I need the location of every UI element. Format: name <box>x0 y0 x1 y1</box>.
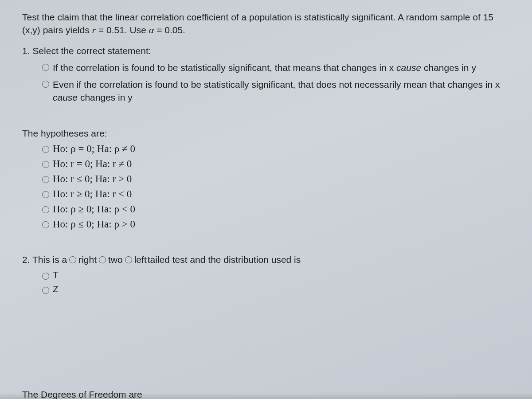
radio-icon[interactable] <box>42 146 49 153</box>
q1-option-2[interactable]: Even if the correlation is found to be s… <box>42 78 510 104</box>
hyp-option-1-text: Ho: ρ = 0; Ha: ρ ≠ 0 <box>53 143 135 155</box>
tail-option-left[interactable]: left <box>124 254 147 265</box>
q2-prompt: 2. This is a right two left tailed test … <box>22 254 510 265</box>
hyp-option-5[interactable]: Ho: ρ ≥ 0; Ha: ρ < 0 <box>42 203 510 215</box>
dist-option-z[interactable]: Z <box>42 284 510 294</box>
radio-icon[interactable] <box>125 256 132 263</box>
radio-icon[interactable] <box>42 191 49 198</box>
q1-option-1[interactable]: If the correlation is found to be statis… <box>42 62 510 74</box>
hyp-option-4[interactable]: Ho: r ≥ 0; Ha: r < 0 <box>42 188 510 200</box>
q1-option-1-text: If the correlation is found to be statis… <box>53 62 510 74</box>
radio-icon[interactable] <box>69 256 76 263</box>
q1-option-2-text: Even if the correlation is found to be s… <box>53 78 510 104</box>
var-r: r <box>92 24 96 35</box>
bottom-edge-shadow <box>0 393 532 399</box>
q2-post: tailed test and the distribution used is <box>148 254 301 265</box>
distribution-options-group: T Z <box>22 270 510 294</box>
dist-label-t: T <box>53 270 59 280</box>
tail-label-right: right <box>78 254 97 265</box>
dist-option-t[interactable]: T <box>42 270 510 280</box>
radio-icon[interactable] <box>42 64 49 71</box>
radio-icon[interactable] <box>42 273 49 280</box>
tail-label-left: left <box>134 254 147 265</box>
radio-icon[interactable] <box>99 256 106 263</box>
radio-icon[interactable] <box>42 176 49 183</box>
radio-icon[interactable] <box>42 287 49 294</box>
radio-icon[interactable] <box>42 161 49 168</box>
hyp-option-3[interactable]: Ho: r ≤ 0; Ha: r > 0 <box>42 173 510 185</box>
hyp-option-3-text: Ho: r ≤ 0; Ha: r > 0 <box>53 173 132 185</box>
hyp-option-6[interactable]: Ho: ρ ≤ 0; Ha: ρ > 0 <box>42 219 510 230</box>
radio-icon[interactable] <box>42 81 49 88</box>
hypotheses-options-group: Ho: ρ = 0; Ha: ρ ≠ 0 Ho: r = 0; Ha: r ≠ … <box>22 143 510 230</box>
q2-pre: 2. This is a <box>22 254 67 265</box>
radio-icon[interactable] <box>42 221 49 228</box>
tail-option-right[interactable]: right <box>68 254 97 265</box>
intro-eq2: = 0.05. <box>154 25 185 35</box>
hyp-option-2-text: Ho: r = 0; Ha: r ≠ 0 <box>53 158 132 170</box>
hyp-option-1[interactable]: Ho: ρ = 0; Ha: ρ ≠ 0 <box>42 143 510 155</box>
hyp-option-4-text: Ho: r ≥ 0; Ha: r < 0 <box>53 188 132 200</box>
tail-option-two[interactable]: two <box>98 254 123 265</box>
q1-options-group: If the correlation is found to be statis… <box>22 62 510 104</box>
var-alpha: α <box>149 24 154 35</box>
radio-icon[interactable] <box>42 206 49 213</box>
hyp-option-5-text: Ho: ρ ≥ 0; Ha: ρ < 0 <box>53 203 135 215</box>
hyp-option-6-text: Ho: ρ ≤ 0; Ha: ρ > 0 <box>53 219 135 230</box>
intro-eq1: = 0.51. Use <box>96 25 149 35</box>
tail-label-two: two <box>108 254 123 265</box>
dist-label-z: Z <box>53 284 59 294</box>
q1-prompt: 1. Select the correct statement: <box>22 46 510 56</box>
hyp-option-2[interactable]: Ho: r = 0; Ha: r ≠ 0 <box>42 158 510 170</box>
hypotheses-prompt: The hypotheses are: <box>22 128 510 139</box>
problem-statement: Test the claim that the linear correlati… <box>22 11 510 37</box>
